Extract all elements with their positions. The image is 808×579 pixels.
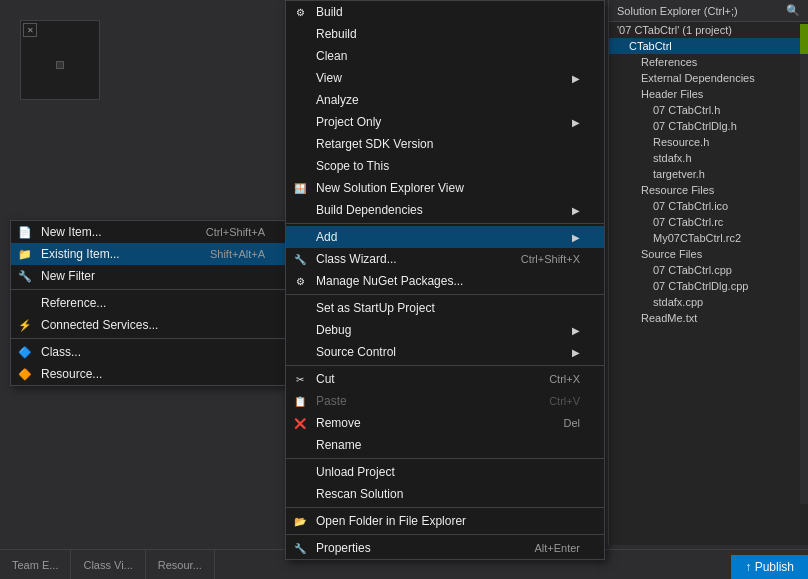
debug-label: Debug [316, 323, 351, 337]
main-menu-item-open-folder[interactable]: 📂Open Folder in File Explorer [286, 510, 604, 532]
view-arrow: ▶ [572, 73, 580, 84]
search-icon[interactable]: 🔍 [786, 4, 800, 17]
solution-explorer-item[interactable]: Resource.h [609, 134, 808, 150]
solution-explorer-item[interactable]: 07 CTabCtrl.cpp [609, 262, 808, 278]
main-menu-item-set-startup[interactable]: Set as StartUp Project [286, 297, 604, 319]
paste-shortcut: Ctrl+V [549, 395, 580, 407]
separator [11, 338, 289, 339]
solution-explorer-item[interactable]: 07 CTabCtrlDlg.h [609, 118, 808, 134]
main-menu-item-project-only[interactable]: Project Only▶ [286, 111, 604, 133]
add-label: Add [316, 230, 337, 244]
solution-explorer-item[interactable]: 07 CTabCtrl.rc [609, 214, 808, 230]
main-menu-item-class-wizard[interactable]: 🔧Class Wizard...Ctrl+Shift+X [286, 248, 604, 270]
main-menu-item-scope-to-this[interactable]: Scope to This [286, 155, 604, 177]
separator [286, 294, 604, 295]
class-wizard-shortcut: Ctrl+Shift+X [521, 253, 580, 265]
main-menu-item-debug[interactable]: Debug▶ [286, 319, 604, 341]
view-label: View [316, 71, 342, 85]
properties-icon: 🔧 [292, 540, 308, 556]
solution-explorer-item[interactable]: Header Files [609, 86, 808, 102]
main-menu-item-properties[interactable]: 🔧PropertiesAlt+Enter [286, 537, 604, 559]
reference-label: Reference... [41, 296, 106, 310]
main-menu-item-add[interactable]: Add▶ [286, 226, 604, 248]
add-submenu-item-connected-services[interactable]: ⚡Connected Services... [11, 314, 289, 336]
solution-explorer-item[interactable]: 07 CTabCtrl.h [609, 102, 808, 118]
bottom-tab-class-view[interactable]: Class Vi... [71, 550, 145, 580]
main-menu-item-rescan-solution[interactable]: Rescan Solution [286, 483, 604, 505]
main-menu-item-remove[interactable]: ❌RemoveDel [286, 412, 604, 434]
solution-explorer-header: Solution Explorer (Ctrl+;) 🔍 [609, 0, 808, 22]
solution-explorer-item[interactable]: My07CTabCtrl.rc2 [609, 230, 808, 246]
bottom-tab-resource-view[interactable]: Resour... [146, 550, 215, 580]
solution-explorer-item[interactable]: ReadMe.txt [609, 310, 808, 326]
add-arrow: ▶ [572, 232, 580, 243]
solution-explorer-item[interactable]: stdafx.cpp [609, 294, 808, 310]
cut-shortcut: Ctrl+X [549, 373, 580, 385]
cut-icon: ✂ [292, 371, 308, 387]
publish-button[interactable]: ↑ Publish [731, 555, 808, 579]
project-only-icon [292, 114, 308, 130]
rescan-solution-icon [292, 486, 308, 502]
main-menu-item-source-control[interactable]: Source Control▶ [286, 341, 604, 363]
add-submenu-item-class[interactable]: 🔷Class... [11, 341, 289, 363]
solution-explorer-title: Solution Explorer (Ctrl+;) [617, 5, 738, 17]
retarget-sdk-label: Retarget SDK Version [316, 137, 433, 151]
scope-to-this-icon [292, 158, 308, 174]
build-label: Build [316, 5, 343, 19]
connected-services-icon: ⚡ [17, 317, 33, 333]
designer-canvas: ✕ [20, 20, 100, 100]
build-dependencies-icon [292, 202, 308, 218]
resource-icon: 🔶 [17, 366, 33, 382]
separator [286, 365, 604, 366]
main-menu-item-build-dependencies[interactable]: Build Dependencies▶ [286, 199, 604, 221]
close-icon[interactable]: ✕ [27, 26, 34, 35]
main-menu-item-unload-project[interactable]: Unload Project [286, 461, 604, 483]
bottom-tab-team-explorer[interactable]: Team E... [0, 550, 71, 580]
rescan-solution-label: Rescan Solution [316, 487, 403, 501]
resource-label: Resource... [41, 367, 102, 381]
existing-item-shortcut: Shift+Alt+A [210, 248, 265, 260]
scrollbar-thumb[interactable] [800, 24, 808, 54]
analyze-label: Analyze [316, 93, 359, 107]
solution-explorer-item[interactable]: '07 CTabCtrl' (1 project) [609, 22, 808, 38]
solution-explorer-item[interactable]: stdafx.h [609, 150, 808, 166]
solution-explorer-item[interactable]: Source Files [609, 246, 808, 262]
manage-nuget-icon: ⚙ [292, 273, 308, 289]
main-menu-item-manage-nuget[interactable]: ⚙Manage NuGet Packages... [286, 270, 604, 292]
main-menu-item-new-solution-explorer-view[interactable]: 🪟New Solution Explorer View [286, 177, 604, 199]
source-control-icon [292, 344, 308, 360]
class-wizard-label: Class Wizard... [316, 252, 397, 266]
main-menu-item-clean[interactable]: Clean [286, 45, 604, 67]
solution-explorer-item[interactable]: 07 CTabCtrlDlg.cpp [609, 278, 808, 294]
main-menu-item-analyze[interactable]: Analyze [286, 89, 604, 111]
main-menu-item-view[interactable]: View▶ [286, 67, 604, 89]
main-menu-item-retarget-sdk[interactable]: Retarget SDK Version [286, 133, 604, 155]
solution-explorer-item[interactable]: Resource Files [609, 182, 808, 198]
add-submenu-item-new-filter[interactable]: 🔧New Filter [11, 265, 289, 287]
separator [286, 507, 604, 508]
main-context-menu: ⚙BuildRebuildCleanView▶AnalyzeProject On… [285, 0, 605, 560]
separator [11, 289, 289, 290]
solution-explorer-item[interactable]: External Dependencies [609, 70, 808, 86]
add-submenu-item-reference[interactable]: Reference... [11, 292, 289, 314]
main-menu-item-cut[interactable]: ✂CutCtrl+X [286, 368, 604, 390]
solution-explorer-item[interactable]: CTabCtrl [609, 38, 808, 54]
build-dependencies-label: Build Dependencies [316, 203, 423, 217]
connected-services-label: Connected Services... [41, 318, 158, 332]
add-submenu-item-resource[interactable]: 🔶Resource... [11, 363, 289, 385]
add-submenu-item-existing-item[interactable]: 📁Existing Item...Shift+Alt+A [11, 243, 289, 265]
scrollbar-track [800, 24, 808, 504]
solution-explorer-item[interactable]: References [609, 54, 808, 70]
main-menu-item-rename[interactable]: Rename [286, 434, 604, 456]
solution-explorer-item[interactable]: 07 CTabCtrl.ico [609, 198, 808, 214]
new-filter-icon: 🔧 [17, 268, 33, 284]
set-startup-icon [292, 300, 308, 316]
unload-project-label: Unload Project [316, 465, 395, 479]
main-menu-item-rebuild[interactable]: Rebuild [286, 23, 604, 45]
clean-icon [292, 48, 308, 64]
debug-arrow: ▶ [572, 325, 580, 336]
main-menu-item-build[interactable]: ⚙Build [286, 1, 604, 23]
add-submenu-item-new-item[interactable]: 📄New Item...Ctrl+Shift+A [11, 221, 289, 243]
main-menu-item-paste[interactable]: 📋PasteCtrl+V [286, 390, 604, 412]
solution-explorer-item[interactable]: targetver.h [609, 166, 808, 182]
